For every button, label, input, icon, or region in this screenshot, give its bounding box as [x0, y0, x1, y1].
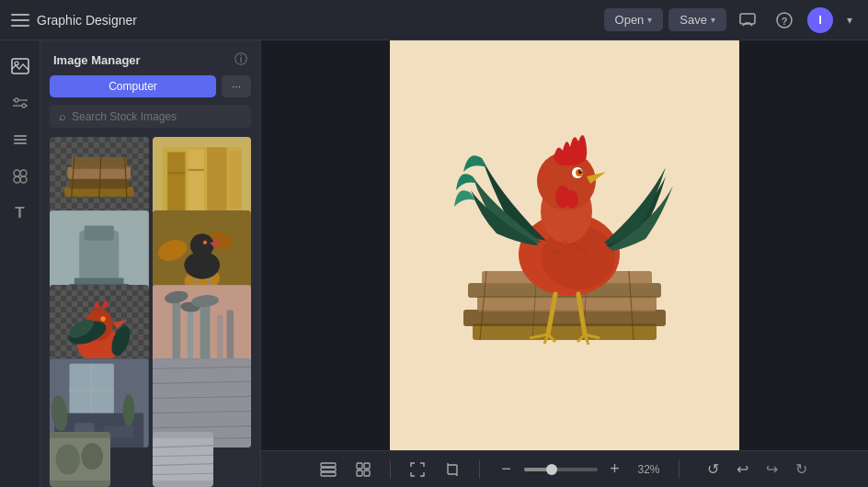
svg-point-86: [56, 445, 80, 475]
panel-tabs: Computer ···: [40, 75, 260, 105]
canvas-illustration: [427, 85, 702, 406]
svg-rect-62: [200, 300, 210, 364]
search-input[interactable]: [72, 110, 242, 123]
list-item[interactable]: [50, 432, 110, 487]
svg-rect-30: [167, 172, 185, 174]
svg-point-17: [20, 176, 27, 183]
canvas-container[interactable]: [261, 40, 868, 450]
svg-point-111: [580, 170, 582, 172]
svg-point-87: [81, 443, 103, 470]
save-button[interactable]: Save ▾: [668, 8, 726, 31]
svg-text:?: ?: [782, 15, 788, 26]
zoom-control: − + 32%: [493, 456, 666, 483]
zoom-in-button[interactable]: +: [601, 456, 629, 483]
help-icon: ?: [776, 12, 793, 28]
search-bar: ⌕: [50, 105, 251, 128]
svg-point-44: [202, 241, 206, 244]
save-chevron-icon: ▾: [711, 15, 715, 25]
undo-redo-group: ↺ ↩ ↪ ↻: [700, 456, 816, 483]
layers-toggle-button[interactable]: [314, 456, 342, 483]
thumbnail-partial1: [50, 432, 110, 487]
svg-rect-11: [14, 135, 27, 137]
svg-point-6: [22, 104, 26, 108]
refresh-button[interactable]: ↺: [700, 456, 727, 483]
hamburger-icon[interactable]: [11, 14, 29, 27]
svg-rect-31: [188, 169, 203, 171]
thumbnail-partial2: [153, 432, 213, 487]
canvas-document: [390, 40, 739, 450]
zoom-out-button[interactable]: −: [493, 456, 520, 483]
crop-icon: [445, 462, 460, 477]
zoom-slider[interactable]: [524, 468, 598, 471]
svg-point-74: [123, 394, 135, 425]
svg-point-42: [189, 233, 213, 257]
svg-rect-125: [357, 470, 362, 476]
panel-title: Image Manager: [53, 53, 141, 67]
svg-rect-28: [207, 147, 227, 211]
svg-rect-123: [357, 463, 362, 469]
svg-rect-27: [188, 149, 203, 211]
list-item[interactable]: [153, 432, 213, 487]
svg-rect-21: [72, 157, 127, 169]
sidebar-item-layers[interactable]: [4, 123, 37, 156]
svg-rect-95: [477, 296, 657, 311]
avatar[interactable]: I: [807, 7, 833, 33]
svg-rect-121: [321, 468, 336, 471]
svg-point-16: [14, 176, 20, 183]
svg-rect-127: [448, 465, 457, 474]
svg-rect-12: [14, 139, 27, 141]
svg-rect-126: [364, 470, 370, 476]
image-grid: [40, 137, 260, 487]
svg-point-5: [15, 98, 18, 102]
zoom-percentage: 32%: [633, 463, 666, 476]
forward-button[interactable]: ↻: [788, 456, 816, 483]
info-icon[interactable]: ⓘ: [234, 51, 247, 68]
open-button[interactable]: Open ▾: [604, 8, 664, 31]
elements-icon: [12, 168, 29, 185]
svg-point-15: [20, 170, 27, 176]
layers-icon: [12, 131, 29, 148]
svg-rect-29: [229, 152, 241, 209]
account-chevron-icon[interactable]: ▾: [842, 6, 857, 34]
divider: [390, 460, 391, 479]
canvas-area: − + 32% ↺ ↩ ↪ ↻: [261, 40, 868, 487]
sidebar-item-elements[interactable]: [4, 160, 37, 193]
message-icon-btn[interactable]: [734, 6, 761, 34]
crop-button[interactable]: [439, 456, 466, 483]
grid-toggle-button[interactable]: [349, 456, 377, 483]
sidebar-item-images[interactable]: [4, 50, 37, 83]
sidebar-item-text[interactable]: T: [4, 197, 37, 230]
layers-bottom-icon: [320, 462, 337, 477]
svg-rect-94: [463, 310, 666, 326]
svg-rect-61: [187, 304, 192, 358]
bottom-toolbar: − + 32% ↺ ↩ ↪ ↻: [261, 450, 868, 487]
message-icon: [739, 13, 756, 28]
help-icon-btn[interactable]: ?: [771, 6, 798, 34]
zoom-thumb[interactable]: [546, 464, 557, 475]
undo-button[interactable]: ↩: [729, 456, 757, 483]
redo-button[interactable]: ↪: [759, 456, 786, 483]
main-area: T Image Manager ⓘ Computer ··· ⌕: [0, 40, 868, 487]
fit-icon: [410, 462, 425, 477]
fit-button[interactable]: [404, 456, 431, 483]
computer-tab[interactable]: Computer: [50, 75, 216, 97]
topbar-center: Open ▾ Save ▾: [604, 8, 726, 31]
more-tab-button[interactable]: ···: [222, 75, 251, 97]
svg-rect-26: [167, 153, 185, 212]
grid-icon: [356, 462, 371, 477]
image-panel: Image Manager ⓘ Computer ··· ⌕: [40, 40, 261, 487]
images-icon: [11, 58, 29, 74]
panel-header: Image Manager ⓘ: [40, 40, 260, 75]
svg-rect-120: [321, 463, 336, 467]
app-title: Graphic Designer: [37, 13, 137, 28]
left-sidebar: T: [0, 40, 40, 487]
svg-rect-60: [172, 295, 180, 364]
svg-rect-13: [14, 142, 27, 144]
open-chevron-icon: ▾: [647, 15, 652, 25]
topbar: Graphic Designer Open ▾ Save ▾ ? I ▾: [0, 0, 868, 40]
divider: [679, 460, 680, 479]
search-icon: ⌕: [59, 109, 66, 123]
svg-point-14: [14, 170, 20, 176]
svg-point-4: [15, 62, 18, 65]
sidebar-item-filters[interactable]: [4, 86, 37, 119]
